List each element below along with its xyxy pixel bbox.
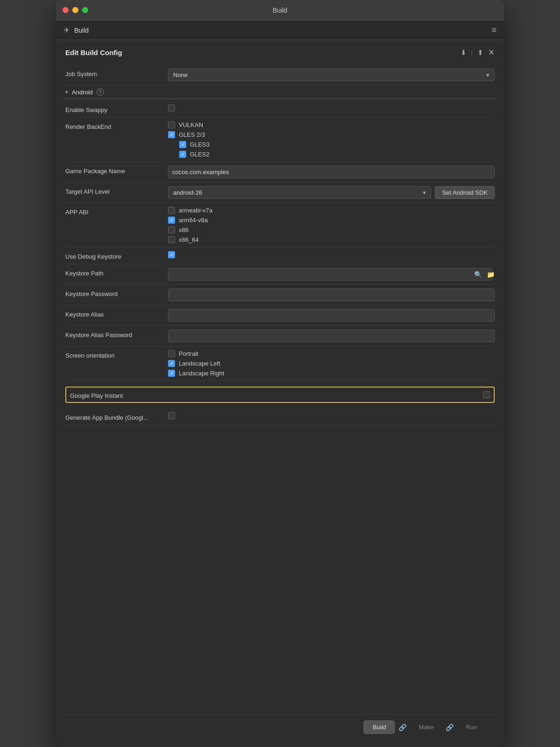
hamburger-menu-btn[interactable]: ≡	[491, 25, 497, 35]
import-icon[interactable]: ⬇	[461, 49, 467, 57]
make-btn[interactable]: Make	[410, 721, 442, 733]
debug-keystore-checkbox[interactable]	[168, 251, 175, 258]
maximize-window-btn[interactable]	[82, 7, 88, 13]
job-system-row: Job System None ▾	[65, 65, 495, 85]
build-btn[interactable]: Build	[364, 720, 395, 734]
api-dropdown-arrow-icon: ▾	[423, 189, 426, 196]
gles23-row: GLES 2/3	[168, 131, 495, 138]
game-package-row: Game Package Name	[65, 162, 495, 183]
generate-app-bundle-checkbox-row	[168, 412, 495, 419]
android-section-header: ▾ Android ?	[65, 85, 495, 99]
section-collapse-icon[interactable]: ▾	[65, 89, 68, 95]
panel-header: Edit Build Config ⬇ | ⬆ ✕	[65, 48, 495, 57]
gles2-checkbox[interactable]	[179, 151, 186, 158]
portrait-label: Portrait	[179, 350, 198, 357]
google-play-instant-checkbox[interactable]	[483, 391, 490, 398]
arm64-v8a-label: arm64-v8a	[179, 217, 208, 224]
close-panel-btn[interactable]: ✕	[488, 48, 495, 57]
game-package-input[interactable]	[168, 166, 495, 178]
target-api-row: Target API Level android-26 ▾ Set Androi…	[65, 183, 495, 203]
form-section: Job System None ▾ ▾ Android ? Enable Swa…	[65, 65, 495, 714]
screen-orientation-label: Screen orientation	[65, 350, 168, 359]
game-package-content	[168, 166, 495, 178]
run-btn[interactable]: Run	[457, 721, 485, 733]
google-play-instant-highlight: Google Play Instant	[65, 387, 495, 403]
landscape-left-checkbox[interactable]	[168, 360, 175, 367]
header-divider: |	[471, 49, 473, 56]
gles3-checkbox[interactable]	[179, 141, 186, 148]
target-api-content: android-26 ▾ Set Android SDK	[168, 186, 495, 199]
minimize-window-btn[interactable]	[72, 7, 78, 13]
export-icon[interactable]: ⬆	[477, 49, 483, 57]
landscape-right-checkbox[interactable]	[168, 370, 175, 377]
edit-build-config-panel: Edit Build Config ⬇ | ⬆ ✕ Job System Non…	[56, 40, 504, 747]
set-android-sdk-btn[interactable]: Set Android SDK	[435, 186, 495, 199]
keystore-password-input[interactable]	[168, 289, 495, 301]
target-api-label: Target API Level	[65, 186, 168, 195]
keystore-path-input-row: 🔍 📁	[168, 268, 495, 281]
arm64-v8a-row: arm64-v8a	[168, 217, 495, 224]
dropdown-arrow-icon: ▾	[486, 71, 490, 78]
build-icon: ✈	[63, 26, 70, 35]
game-package-label: Game Package Name	[65, 166, 168, 175]
armeabi-v7a-label: armeabi-v7a	[179, 207, 212, 214]
x86-checkbox[interactable]	[168, 226, 175, 233]
portrait-row: Portrait	[168, 350, 495, 357]
render-backend-content: VULKAN GLES 2/3 GLES3 GLES2	[168, 121, 495, 158]
keystore-alias-password-input[interactable]	[168, 330, 495, 342]
keystore-path-label: Keystore Path	[65, 268, 168, 277]
debug-keystore-content	[168, 251, 495, 258]
landscape-left-label: Landscape Left	[179, 360, 220, 367]
target-api-value: android-26	[173, 189, 202, 196]
screen-orientation-row: Screen orientation Portrait Landscape Le…	[65, 346, 495, 381]
keystore-path-row: Keystore Path 🔍 📁	[65, 264, 495, 285]
x86-label: x86	[179, 226, 189, 233]
keystore-path-content: 🔍 📁	[168, 268, 495, 281]
generate-app-bundle-label: Generate App Bundle (Googl...	[65, 412, 168, 421]
landscape-right-row: Landscape Right	[168, 370, 495, 377]
enable-swappy-content	[168, 105, 495, 112]
gles23-checkbox[interactable]	[168, 131, 175, 138]
window-title: Build	[273, 7, 287, 14]
keystore-password-content	[168, 289, 495, 301]
menubar: ✈ Build ≡	[56, 21, 504, 40]
keystore-path-input[interactable]	[168, 268, 493, 281]
arm64-v8a-checkbox[interactable]	[168, 217, 175, 224]
armeabi-v7a-checkbox[interactable]	[168, 207, 175, 214]
vulkan-checkbox[interactable]	[168, 121, 175, 128]
x86-64-checkbox[interactable]	[168, 236, 175, 243]
keystore-alias-content	[168, 309, 495, 322]
keystore-alias-password-content	[168, 330, 495, 342]
footer: Build 🔗 Make 🔗 Run	[65, 714, 495, 740]
generate-app-bundle-checkbox[interactable]	[168, 412, 175, 419]
keystore-alias-password-row: Keystore Alias Password	[65, 326, 495, 346]
gles3-label: GLES3	[190, 141, 210, 148]
keystore-alias-row: Keystore Alias	[65, 305, 495, 326]
job-system-dropdown[interactable]: None ▾	[168, 69, 495, 81]
job-system-value: None	[173, 71, 188, 78]
target-api-dropdown[interactable]: android-26 ▾	[168, 186, 431, 199]
folder-icon[interactable]: 📁	[487, 271, 495, 278]
armeabi-v7a-row: armeabi-v7a	[168, 207, 495, 214]
vulkan-label: VULKAN	[179, 121, 203, 128]
google-play-instant-row: Google Play Instant	[65, 381, 495, 409]
menubar-left: ✈ Build	[63, 26, 89, 35]
close-window-btn[interactable]	[63, 7, 69, 13]
enable-swappy-checkbox[interactable]	[168, 105, 175, 112]
portrait-checkbox[interactable]	[168, 350, 175, 357]
app-abi-row: APP ABI armeabi-v7a arm64-v8a x86	[65, 203, 495, 247]
build-link-icon: 🔗	[399, 724, 406, 731]
android-section-label: Android	[72, 89, 93, 96]
render-backend-row: Render BackEnd VULKAN GLES 2/3 GLES3	[65, 118, 495, 162]
x86-row: x86	[168, 226, 495, 233]
panel-title: Edit Build Config	[65, 49, 122, 56]
android-help-btn[interactable]: ?	[97, 88, 104, 96]
generate-app-bundle-content	[168, 412, 495, 419]
search-icon[interactable]: 🔍	[474, 271, 482, 278]
render-backend-label: Render BackEnd	[65, 121, 168, 130]
debug-keystore-row: Use Debug Keystore	[65, 247, 495, 264]
keystore-alias-password-label: Keystore Alias Password	[65, 330, 168, 338]
keystore-alias-label: Keystore Alias	[65, 309, 168, 318]
keystore-password-label: Keystore Password	[65, 289, 168, 297]
keystore-alias-input[interactable]	[168, 309, 495, 322]
